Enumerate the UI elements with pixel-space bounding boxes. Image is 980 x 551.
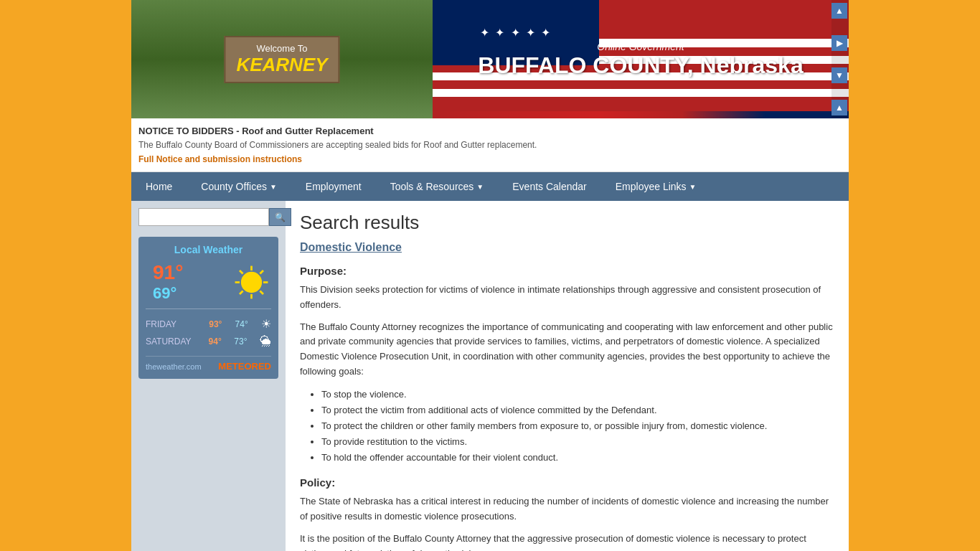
friday-high: 93° [209, 319, 222, 329]
header-image: Welcome To KEARNEY [131, 0, 433, 118]
main-area: 🔍 Local Weather 91° 69° [131, 201, 849, 551]
weather-temps: 91° 69° [146, 261, 183, 303]
weather-footer: theweather.com METEORED [146, 356, 271, 372]
page-title: Search results [300, 212, 834, 234]
meteored-brand: METEORED [218, 361, 271, 372]
temp-low: 69° [153, 284, 176, 303]
weather-title: Local Weather [146, 244, 271, 255]
goal-3: To protect the children or other family … [321, 418, 834, 434]
search-box: 🔍 [138, 208, 278, 226]
sidebar: 🔍 Local Weather 91° 69° [131, 201, 286, 551]
friday-icon: ☀ [261, 317, 271, 331]
svg-line-8 [240, 291, 243, 294]
result-link[interactable]: Domestic Violence [300, 241, 834, 254]
purpose-para1: This Division seeks protection for victi… [300, 283, 834, 313]
goal-4: To provide restitution to the victims. [321, 434, 834, 450]
saturday-low: 73° [234, 336, 247, 347]
policy-para1: The State of Nebraska has a critical int… [300, 494, 834, 524]
slide-up-btn[interactable]: ▲ [831, 3, 847, 19]
tools-resources-arrow: ▼ [476, 183, 484, 191]
weather-day-friday: FRIDAY 93° 74° ☀ [146, 315, 271, 333]
saturday-icon: 🌦 [260, 335, 271, 348]
employee-links-arrow: ▼ [689, 183, 697, 191]
notice-title: NOTICE TO BIDDERS - Roof and Gutter Repl… [138, 126, 827, 136]
nav-employment[interactable]: Employment [291, 172, 376, 201]
friday-low: 74° [235, 319, 248, 329]
welcome-sign: Welcome To KEARNEY [224, 36, 339, 83]
header-right: ✦ ✦ ✦ ✦ ✦ Online Government BUFFALO COUN… [433, 0, 849, 118]
saturday-high: 94° [209, 336, 222, 347]
nav-county-offices[interactable]: County Offices ▼ [187, 172, 291, 201]
main-nav: Home County Offices ▼ Employment Tools &… [131, 172, 849, 201]
notice-area: NOTICE TO BIDDERS - Roof and Gutter Repl… [131, 118, 849, 172]
header-banner: Welcome To KEARNEY ✦ ✦ ✦ ✦ ✦ Online Gov [131, 0, 849, 118]
weather-widget: Local Weather 91° 69° [138, 237, 278, 379]
nav-employee-links[interactable]: Employee Links ▼ [601, 172, 711, 201]
purpose-para2: The Buffalo County Attorney recognizes t… [300, 320, 834, 380]
svg-line-6 [260, 291, 263, 294]
slide-up2-btn[interactable]: ▲ [831, 100, 847, 116]
search-input[interactable] [138, 208, 269, 226]
saturday-label: SATURDAY [146, 336, 196, 347]
page-wrapper: Welcome To KEARNEY ✦ ✦ ✦ ✦ ✦ Online Gov [131, 0, 849, 551]
svg-line-5 [240, 270, 243, 274]
slide-right-btn[interactable]: ▶ [831, 35, 847, 51]
goal-5: To hold the offender accountable for the… [321, 450, 834, 466]
weather-days: FRIDAY 93° 74° ☀ SATURDAY 94° 73° 🌦 [146, 309, 271, 350]
notice-body: The Buffalo County Board of Commissioner… [138, 140, 827, 150]
online-gov-text: Online Government [478, 40, 803, 52]
policy-heading: Policy: [300, 476, 834, 489]
temp-high: 91° [153, 261, 183, 284]
friday-label: FRIDAY [146, 319, 196, 329]
svg-line-7 [260, 270, 263, 274]
slide-down-btn[interactable]: ▼ [831, 67, 847, 83]
weather-day-saturday: SATURDAY 94° 73° 🌦 [146, 333, 271, 350]
notice-link[interactable]: Full Notice and submission instructions [138, 154, 302, 164]
county-offices-arrow: ▼ [270, 183, 277, 191]
goals-list: To stop the violence. To protect the vic… [321, 387, 834, 466]
header-title-area: Online Government BUFFALO COUNTY, Nebras… [478, 40, 803, 78]
city-name: KEARNEY [236, 54, 327, 76]
goal-2: To protect the victim from additional ac… [321, 402, 834, 418]
content-area: Search results Domestic Violence Purpose… [286, 201, 849, 551]
weather-source: theweather.com [146, 362, 202, 371]
purpose-heading: Purpose: [300, 265, 834, 277]
header-left: Welcome To KEARNEY [131, 0, 433, 118]
county-title: BUFFALO COUNTY, Nebraska [478, 52, 803, 78]
weather-main-row: 91° 69° [146, 261, 271, 303]
nav-tools-resources[interactable]: Tools & Resources ▼ [376, 172, 499, 201]
weather-sun-icon [232, 263, 271, 302]
slideshow-controls: ▲ ▶ ▼ ▲ [831, 0, 849, 118]
goal-1: To stop the violence. [321, 387, 834, 402]
policy-para2: It is the position of the Buffalo County… [300, 532, 834, 551]
nav-home[interactable]: Home [131, 172, 187, 201]
svg-point-0 [241, 271, 262, 292]
nav-events-calendar[interactable]: Events Calendar [498, 172, 601, 201]
welcome-text: Welcome To [236, 43, 327, 54]
